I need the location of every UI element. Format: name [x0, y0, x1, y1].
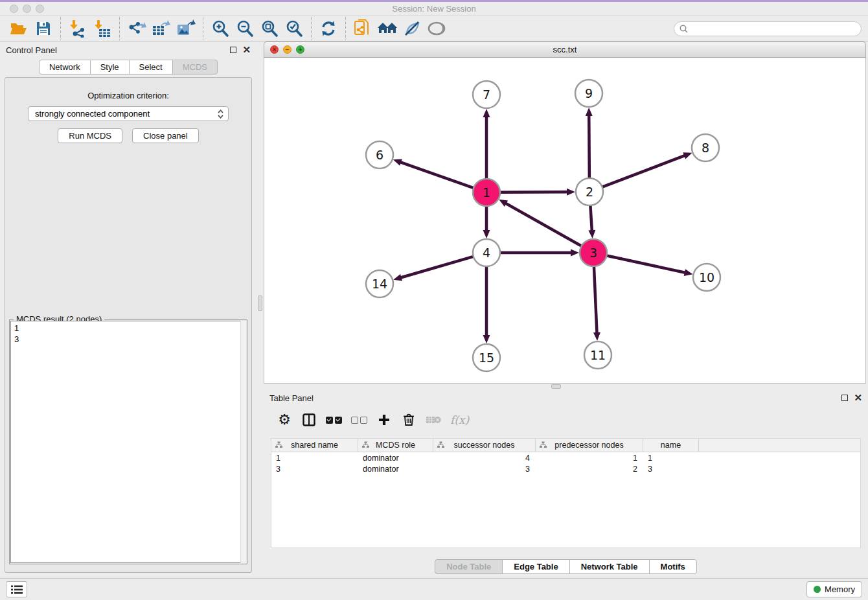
- graph-edge-1-2[interactable]: [500, 192, 568, 192]
- optimization-criterion-label: Optimization criterion:: [5, 91, 251, 100]
- table-cell-predecessor-nodes[interactable]: 2: [536, 465, 643, 474]
- tab-edge-table[interactable]: Edge Table: [502, 559, 569, 574]
- table-panel-float-icon[interactable]: [841, 395, 848, 401]
- zoom-fit-button[interactable]: [257, 17, 282, 40]
- column-header-label: MCDS role: [376, 441, 415, 450]
- graph-edge-arrowhead: [483, 109, 490, 117]
- graph-edge-arrowhead: [593, 332, 600, 341]
- control-panel-float-icon[interactable]: [230, 47, 236, 53]
- graph-node-label-6: 6: [376, 148, 383, 162]
- table-cell-MCDS-role[interactable]: dominator: [358, 454, 433, 463]
- memory-button[interactable]: Memory: [806, 581, 862, 597]
- delete-column-button[interactable]: [426, 411, 441, 429]
- network-graph[interactable]: 7968124314101511: [264, 58, 865, 382]
- mcds-result-scrollbar[interactable]: [240, 321, 246, 563]
- graph-node-label-1: 1: [483, 185, 490, 200]
- tab-network-table[interactable]: Network Table: [569, 559, 650, 574]
- import-table-button[interactable]: [90, 17, 115, 40]
- column-header-shared-name[interactable]: shared name: [271, 439, 358, 452]
- tab-motifs[interactable]: Motifs: [649, 559, 697, 574]
- table-cell-name[interactable]: 1: [643, 454, 699, 463]
- table-panel-close-icon[interactable]: ✕: [854, 395, 862, 401]
- delete-row-button[interactable]: [401, 411, 417, 429]
- horizontal-splitter-grip[interactable]: [551, 384, 561, 389]
- tab-node-table[interactable]: Node Table: [435, 559, 503, 574]
- table-cell-shared-name[interactable]: 1: [271, 454, 358, 463]
- control-panel-close-icon[interactable]: ✕: [242, 47, 251, 53]
- horizontal-splitter[interactable]: [264, 384, 868, 389]
- column-header-label: name: [661, 441, 681, 450]
- zoom-out-button[interactable]: [233, 17, 257, 40]
- toolbar-separator: [203, 17, 203, 40]
- column-header-label: predecessor nodes: [554, 441, 623, 450]
- table-cell-successor-nodes[interactable]: 3: [433, 465, 536, 474]
- task-history-button[interactable]: [6, 581, 27, 597]
- column-header-label: shared name: [291, 441, 338, 450]
- checked-box-icon: [335, 417, 342, 424]
- graph-edge-1-6[interactable]: [400, 162, 474, 188]
- table-cell-MCDS-role[interactable]: dominator: [358, 465, 433, 474]
- export-network-button[interactable]: [124, 17, 149, 40]
- columns-icon: [303, 413, 315, 426]
- open-session-button[interactable]: [6, 17, 31, 40]
- graph-edge-arrowhead: [588, 230, 595, 238]
- home-view-button[interactable]: [375, 17, 400, 40]
- table-panel-tabs: Node TableEdge TableNetwork TableMotifs: [264, 559, 868, 574]
- graph-edge-3-11[interactable]: [594, 266, 597, 334]
- select-all-button[interactable]: [326, 411, 342, 429]
- table-toolbar: ⚙ f(x): [264, 407, 860, 433]
- tab-select[interactable]: Select: [129, 60, 173, 75]
- table-cell-shared-name[interactable]: 3: [271, 465, 358, 474]
- graph-edge-2-9[interactable]: [589, 115, 589, 178]
- export-table-button[interactable]: [149, 17, 174, 40]
- save-session-button[interactable]: [31, 17, 56, 40]
- criterion-select[interactable]: strongly connected component: [28, 106, 229, 121]
- graph-edge-4-14[interactable]: [400, 257, 474, 278]
- search-field[interactable]: [674, 21, 862, 36]
- table-panel-header: Table Panel ✕: [264, 389, 868, 406]
- zoom-in-button[interactable]: [208, 17, 233, 40]
- network-canvas[interactable]: 7968124314101511: [264, 58, 866, 384]
- window-titlebar: Session: New Session: [0, 2, 868, 16]
- vertical-splitter-grip[interactable]: [258, 295, 262, 311]
- fx-icon: f(x): [450, 413, 469, 426]
- duplicate-network-button[interactable]: [350, 17, 375, 40]
- plus-icon: [378, 414, 390, 426]
- refresh-view-button[interactable]: [316, 17, 341, 40]
- zoom-selected-button[interactable]: [282, 17, 306, 40]
- toggle-graphics-details-button[interactable]: [400, 17, 424, 40]
- import-network-button[interactable]: [65, 17, 90, 40]
- table-settings-button[interactable]: ⚙: [277, 411, 292, 429]
- add-row-button[interactable]: [376, 411, 392, 429]
- column-header-predecessor-nodes[interactable]: predecessor nodes: [536, 439, 643, 452]
- table-cell-name[interactable]: 3: [643, 465, 699, 474]
- run-mcds-button[interactable]: Run MCDS: [58, 128, 122, 143]
- memory-status-icon: [814, 586, 821, 593]
- show-columns-button[interactable]: [301, 411, 317, 429]
- bird-eye-view-button[interactable]: [424, 17, 449, 40]
- tab-style[interactable]: Style: [90, 60, 130, 75]
- duplicate-network-icon: [354, 19, 372, 38]
- graph-edge-3-1[interactable]: [505, 203, 582, 246]
- tab-network[interactable]: Network: [39, 60, 91, 75]
- unselect-all-button[interactable]: [351, 411, 367, 429]
- tab-mcds[interactable]: MCDS: [172, 60, 218, 75]
- close-panel-button[interactable]: Close panel: [132, 128, 199, 143]
- column-header-name[interactable]: name: [643, 439, 699, 452]
- export-image-button[interactable]: [174, 17, 198, 40]
- table-cell-successor-nodes[interactable]: 4: [433, 454, 536, 463]
- trash-icon: [403, 413, 415, 426]
- column-header-successor-nodes[interactable]: successor nodes: [433, 439, 536, 452]
- vertical-splitter[interactable]: [257, 41, 264, 578]
- graph-edge-2-8[interactable]: [602, 156, 686, 187]
- network-window-title: scc.txt: [264, 45, 865, 54]
- graph-edge-2-3[interactable]: [590, 205, 592, 231]
- status-bar: Memory: [0, 578, 868, 600]
- mcds-result-textarea[interactable]: 1 3: [10, 321, 246, 563]
- network-window-titlebar: × − + scc.txt: [264, 41, 866, 58]
- column-header-MCDS-role[interactable]: MCDS role: [358, 439, 433, 452]
- function-builder-button[interactable]: f(x): [450, 411, 469, 429]
- table-cell-predecessor-nodes[interactable]: 1: [536, 454, 643, 463]
- graph-edge-3-10[interactable]: [607, 255, 686, 273]
- search-input[interactable]: [691, 24, 861, 34]
